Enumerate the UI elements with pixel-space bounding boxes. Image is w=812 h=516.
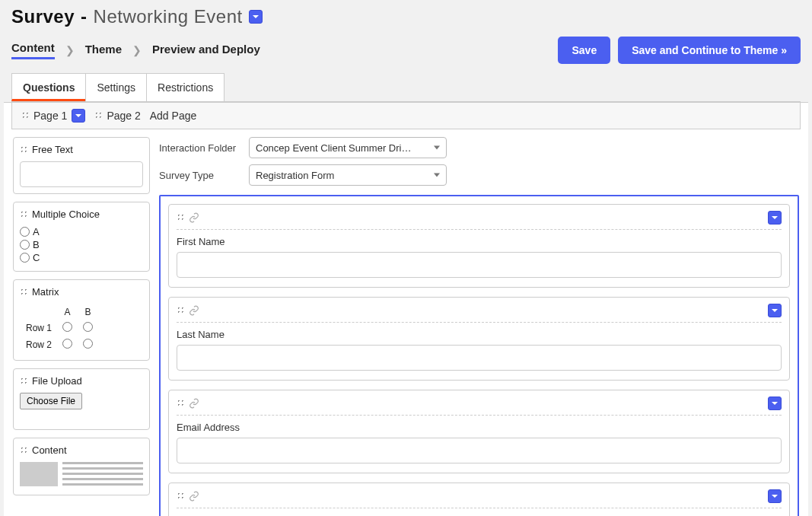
widget-file-upload[interactable]: File Upload Choose File [13,368,150,430]
content-preview [20,462,143,489]
survey-type-select[interactable]: Registration Form [249,164,447,186]
field-card[interactable]: Last Name [168,297,790,381]
title-name: Networking Event [94,6,243,27]
widget-file-upload-label: File Upload [32,375,82,387]
matrix-preview-radio [83,339,93,349]
widget-free-text[interactable]: Free Text [13,137,150,194]
chevron-right-icon: ❯ [65,44,75,56]
chevron-down-icon [75,112,82,119]
survey-type-label: Survey Type [159,170,243,181]
survey-picker-dropdown[interactable] [249,10,263,24]
step-theme[interactable]: Theme [85,43,122,59]
interaction-folder-label: Interaction Folder [159,142,243,154]
field-menu-button[interactable] [768,489,782,503]
matrix-col-a: A [58,305,77,319]
page-1-menu[interactable] [72,109,85,123]
chevron-right-icon: ❯ [132,44,142,56]
title-prefix: Survey [11,6,75,27]
mc-option-c: C [33,252,40,263]
mc-preview-radio [20,227,30,237]
free-text-preview-input [20,161,143,187]
drag-handle-icon[interactable] [20,288,27,297]
form-canvas[interactable]: First Name Last Name [159,195,799,516]
title-separator: - [81,6,88,27]
field-card[interactable]: Company [168,483,790,516]
page-bar: Page 1 Page 2 Add Page [11,103,801,129]
link-icon [189,305,199,316]
tab-settings[interactable]: Settings [85,73,147,101]
field-label: Email Address [177,422,782,433]
page-2-tab[interactable]: Page 2 [94,110,140,122]
field-preview-input [177,438,782,463]
link-icon [189,212,199,223]
chevron-down-icon [252,13,260,21]
interaction-folder-value: Concep Event Client Summer Dri… [256,142,411,154]
field-card[interactable]: First Name [168,204,790,288]
field-preview-input [177,252,782,278]
field-menu-button[interactable] [768,397,782,410]
mc-option-b: B [33,239,40,250]
link-icon [189,398,199,409]
mc-option-a: A [33,226,40,237]
text-lines-icon [62,462,143,489]
drag-handle-icon[interactable] [177,213,184,222]
save-button[interactable]: Save [558,37,610,64]
page-title-row: Survey - Networking Event [11,6,801,27]
widget-multiple-choice-label: Multiple Choice [32,209,100,220]
drag-handle-icon[interactable] [177,306,184,315]
page-2-label: Page 2 [107,110,140,122]
step-preview-deploy[interactable]: Preview and Deploy [152,43,260,59]
matrix-col-b: B [78,305,97,319]
matrix-preview-radio [62,339,72,349]
drag-handle-icon[interactable] [20,446,27,455]
widget-palette: Free Text Multiple Choice A B C [13,137,150,495]
wizard-steps: Content ❯ Theme ❯ Preview and Deploy [11,41,260,59]
matrix-preview-radio [83,322,93,332]
widget-matrix-label: Matrix [32,286,59,298]
tab-restrictions[interactable]: Restrictions [146,73,224,101]
page-1-tab[interactable]: Page 1 [21,109,85,123]
content-tabs: Questions Settings Restrictions [11,73,801,102]
drag-handle-icon[interactable] [21,111,29,120]
field-card[interactable]: Email Address [168,390,790,473]
interaction-folder-select[interactable]: Concep Event Client Summer Dri… [249,137,447,158]
add-page-button[interactable]: Add Page [150,110,197,122]
link-icon [189,491,199,502]
chevron-down-icon [771,400,779,407]
drag-handle-icon[interactable] [177,492,184,501]
step-content[interactable]: Content [11,41,55,59]
drag-handle-icon[interactable] [20,145,27,154]
image-placeholder-icon [20,462,58,486]
page-1-label: Page 1 [33,110,67,122]
drag-handle-icon[interactable] [94,111,102,120]
field-menu-button[interactable] [768,304,782,317]
tab-questions[interactable]: Questions [11,73,86,101]
widget-content-label: Content [32,444,67,456]
widget-content[interactable]: Content [13,438,150,495]
field-label: Last Name [177,329,782,340]
matrix-row2: Row 2 [21,337,56,352]
drag-handle-icon[interactable] [20,210,27,219]
chevron-down-icon [771,492,779,500]
mc-preview-radio [20,253,30,263]
mc-preview-radio [20,240,30,250]
field-preview-input [177,345,782,371]
matrix-preview: AB Row 1 Row 2 [20,304,99,354]
save-continue-button[interactable]: Save and Continue to Theme » [618,37,801,64]
widget-matrix[interactable]: Matrix AB Row 1 Row 2 [13,279,150,361]
matrix-row1: Row 1 [21,320,56,336]
field-menu-button[interactable] [768,211,782,225]
add-page-label: Add Page [150,110,197,122]
drag-handle-icon[interactable] [20,377,27,386]
chevron-down-icon [771,307,779,314]
drag-handle-icon[interactable] [177,399,184,408]
survey-type-value: Registration Form [256,170,334,181]
chevron-down-icon [771,214,779,221]
matrix-preview-radio [62,322,72,332]
widget-multiple-choice[interactable]: Multiple Choice A B C [13,202,150,272]
choose-file-preview-button: Choose File [20,393,82,409]
widget-free-text-label: Free Text [32,144,73,155]
field-label: First Name [177,236,782,247]
